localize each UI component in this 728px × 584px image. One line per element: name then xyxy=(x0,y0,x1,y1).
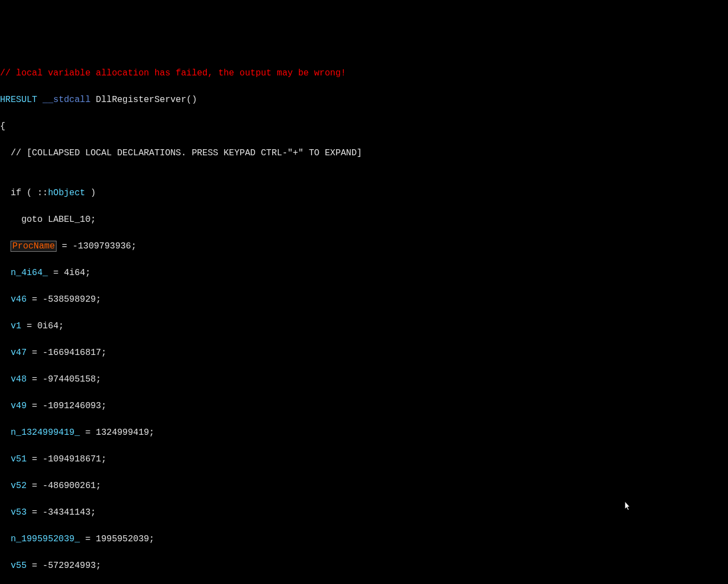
paren: ) xyxy=(85,188,96,198)
identifier: v53 xyxy=(11,507,27,517)
indent xyxy=(0,374,11,384)
calling-convention: __stdcall xyxy=(37,95,96,105)
identifier: v46 xyxy=(11,294,27,304)
collapsed-comment: // [COLLAPSED LOCAL DECLARATIONS. PRESS … xyxy=(0,148,362,158)
code-line[interactable]: v55 = -572924993; xyxy=(0,559,728,572)
identifier: hObject xyxy=(48,188,85,198)
assignment: = -538598929; xyxy=(27,294,101,304)
assignment: = -34341143; xyxy=(27,507,96,517)
code-line[interactable]: n_4i64_ = 4i64; xyxy=(0,266,728,280)
code-line[interactable]: v47 = -1669416817; xyxy=(0,346,728,359)
code-line[interactable]: v53 = -34341143; xyxy=(0,506,728,519)
assignment: = 1324999419; xyxy=(80,428,154,438)
indent xyxy=(0,507,11,517)
if-stmt: if ( :: xyxy=(0,188,48,198)
code-line[interactable]: v48 = -974405158; xyxy=(0,373,728,386)
indent xyxy=(0,454,11,464)
comment-warning: // local variable allocation has failed,… xyxy=(0,68,346,78)
paren: () xyxy=(186,95,197,105)
assignment: = -1669416817; xyxy=(27,348,106,358)
assignment: = -974405158; xyxy=(27,374,101,384)
assignment: = 4i64; xyxy=(48,268,90,278)
code-line[interactable]: v51 = -1094918671; xyxy=(0,453,728,466)
assignment: = -1091246093; xyxy=(27,401,106,411)
code-line[interactable]: if ( ::hObject ) xyxy=(0,186,728,200)
indent xyxy=(0,294,11,304)
indent xyxy=(0,401,11,411)
identifier: v52 xyxy=(11,481,27,491)
indent xyxy=(0,561,11,571)
identifier: v1 xyxy=(11,321,21,331)
indent xyxy=(0,428,11,438)
indent xyxy=(0,241,11,251)
indent xyxy=(0,348,11,358)
identifier: v48 xyxy=(11,374,27,384)
code-line[interactable]: n_1324999419_ = 1324999419; xyxy=(0,426,728,439)
identifier: v55 xyxy=(11,561,27,571)
indent xyxy=(0,321,11,331)
goto-stmt: goto LABEL_10; xyxy=(0,215,96,225)
indent xyxy=(0,481,11,491)
identifier: n_4i64_ xyxy=(11,268,48,278)
code-line[interactable]: v46 = -538598929; xyxy=(0,293,728,306)
code-line[interactable]: HRESULT __stdcall DllRegisterServer() xyxy=(0,93,728,106)
code-line[interactable]: ProcName = -1309793936; xyxy=(0,240,728,253)
assignment: = -1094918671; xyxy=(27,454,106,464)
assignment: = -572924993; xyxy=(27,561,101,571)
code-line[interactable]: goto LABEL_10; xyxy=(0,213,728,226)
assignment: = -1309793936; xyxy=(57,241,136,251)
code-line[interactable]: n_1995952039_ = 1995952039; xyxy=(0,532,728,546)
identifier: v47 xyxy=(11,348,27,358)
assignment: = -486900261; xyxy=(27,481,101,491)
indent xyxy=(0,268,11,278)
indent xyxy=(0,534,11,544)
return-type: HRESULT xyxy=(0,95,37,105)
brace-open: { xyxy=(0,121,6,131)
code-line[interactable]: v1 = 0i64; xyxy=(0,319,728,333)
highlighted-identifier[interactable]: ProcName xyxy=(11,241,57,252)
function-name: DllRegisterServer xyxy=(96,95,186,105)
identifier: n_1995952039_ xyxy=(11,534,80,544)
identifier: v49 xyxy=(11,401,27,411)
code-line[interactable]: v52 = -486900261; xyxy=(0,479,728,492)
decompiler-code-view[interactable]: // local variable allocation has failed,… xyxy=(0,53,728,584)
assignment: = 1995952039; xyxy=(80,534,154,544)
identifier: n_1324999419_ xyxy=(11,428,80,438)
code-line[interactable]: // local variable allocation has failed,… xyxy=(0,67,728,80)
code-line[interactable]: // [COLLAPSED LOCAL DECLARATIONS. PRESS … xyxy=(0,146,728,160)
code-line[interactable]: v49 = -1091246093; xyxy=(0,399,728,413)
code-line[interactable]: { xyxy=(0,120,728,133)
assignment: = 0i64; xyxy=(21,321,64,331)
identifier: v51 xyxy=(11,454,27,464)
